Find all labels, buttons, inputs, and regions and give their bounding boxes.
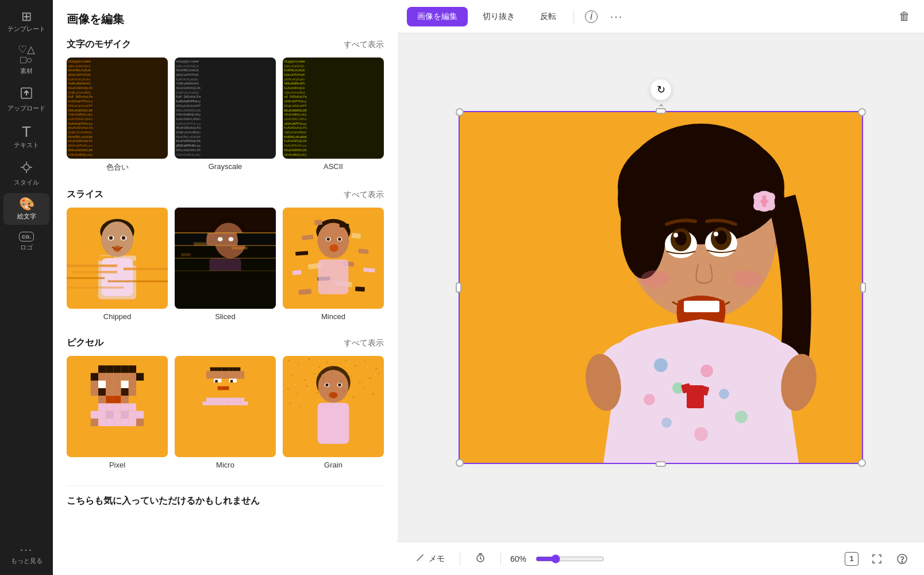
svg-rect-232	[218, 398, 222, 402]
slice-show-all[interactable]: すべて表示	[344, 190, 384, 200]
svg-rect-173	[113, 404, 121, 411]
effect-grain[interactable]: Grain	[283, 356, 384, 469]
handle-mid-left[interactable]	[456, 282, 461, 293]
svg-rect-230	[210, 398, 214, 402]
svg-rect-166	[129, 388, 136, 396]
svg-rect-203	[218, 371, 222, 375]
svg-text:KKqKuKbKaKPP: KKqKuKbKaKPP	[284, 104, 307, 108]
svg-rect-205	[225, 371, 229, 375]
sidebar-item-logo[interactable]: co. ロゴ	[3, 227, 49, 256]
svg-point-303	[307, 388, 309, 389]
effect-minced[interactable]: Minced	[283, 208, 384, 321]
svg-rect-156	[98, 381, 106, 388]
svg-rect-177	[98, 411, 106, 419]
slice-grid: Chipped	[67, 208, 384, 321]
handle-bottom-right[interactable]	[858, 459, 866, 467]
effect-grayscale[interactable]: KKK@@@%%%### @@KuKGKDK@LD KKnKRKLKoKuK @…	[175, 57, 276, 172]
svg-rect-244	[221, 401, 225, 405]
svg-rect-231	[214, 398, 218, 402]
tab-crop[interactable]: 切り抜き	[472, 7, 525, 26]
expand-button[interactable]	[867, 549, 887, 569]
svg-text:KuKGKDKKLDKKn: KuKGKDKKLDKKn	[68, 117, 93, 121]
svg-rect-165	[121, 388, 129, 396]
pixel-title: ピクセル	[67, 337, 103, 349]
handle-bottom-mid[interactable]	[656, 461, 666, 467]
svg-rect-157	[106, 381, 113, 388]
svg-rect-226	[218, 386, 222, 390]
svg-rect-202	[214, 371, 218, 375]
effect-minced-label: Minced	[321, 312, 345, 321]
image-wrapper: ↻ ⌃	[459, 111, 863, 464]
svg-rect-160	[129, 381, 136, 388]
pixel-show-all[interactable]: すべて表示	[344, 338, 384, 348]
info-icon: i	[585, 10, 598, 23]
svg-rect-187	[121, 419, 129, 426]
handle-top-right[interactable]	[858, 108, 866, 116]
top-toolbar: 画像を編集 切り抜き 反転 i ··· 🗑	[398, 0, 924, 33]
effect-pixel-thumb	[67, 356, 168, 457]
memo-button[interactable]: メモ	[409, 549, 451, 568]
effect-color-thumb: KKK@@@%%%### @@KuKGKDK@LD KKnKRKLKoKuK @…	[67, 57, 168, 159]
svg-rect-194	[218, 367, 222, 371]
svg-rect-193	[214, 367, 218, 371]
svg-text:KuKGKDKKLDKKn: KuKGKDKKLDKKn	[176, 117, 201, 121]
svg-text:@@KuKGKDK@LD: @@KuKGKDK@LD	[176, 64, 199, 68]
page-number-label: 1	[849, 554, 853, 563]
chevron-up-icon[interactable]: ⌃	[657, 102, 665, 113]
svg-rect-140	[355, 287, 365, 292]
info-button[interactable]: i	[581, 6, 602, 27]
effect-chipped[interactable]: Chipped	[67, 208, 168, 321]
toolbar-separator-1	[573, 10, 574, 24]
svg-text:KKKqKuKbKaKPP: KKKqKuKbKaKPP	[68, 104, 93, 108]
sidebar-item-template[interactable]: ⊞ テンプレート	[3, 6, 49, 37]
sidebar-item-emoji[interactable]: 🎨 絵文字	[3, 193, 49, 225]
svg-rect-124	[352, 233, 361, 239]
svg-rect-139	[299, 289, 312, 294]
svg-point-84	[122, 236, 126, 240]
timer-button[interactable]	[469, 549, 491, 568]
svg-text:%%KnKeBK@vuKy: %%KnKeBK@vuKy	[68, 113, 93, 117]
svg-text:KKuKGKDKKLDK: KKuKGKDKKLDK	[284, 148, 307, 152]
svg-rect-228	[225, 386, 229, 390]
svg-rect-188	[129, 419, 136, 426]
svg-point-335	[766, 193, 775, 202]
svg-point-285	[334, 394, 335, 396]
svg-text:KbKaKPKPKdK: KbKaKPKPKdK	[284, 73, 305, 76]
sidebar-item-style[interactable]: スタイル	[3, 156, 49, 191]
sidebar-item-elements[interactable]: ♡△□○ 素材	[3, 40, 49, 79]
svg-rect-154	[136, 373, 144, 381]
svg-rect-248	[237, 401, 241, 405]
handle-mid-right[interactable]	[860, 282, 866, 293]
effect-color[interactable]: KKK@@@%%%### @@KuKGKDK@LD KKnKRKLKoKuK @…	[67, 57, 168, 172]
effect-micro[interactable]: Micro	[175, 356, 276, 469]
svg-rect-204	[221, 371, 225, 375]
rotate-button[interactable]: ↻	[650, 79, 671, 100]
svg-point-287	[353, 396, 355, 398]
sidebar-item-more[interactable]: ··· もっと見る	[3, 539, 49, 569]
sidebar-item-upload[interactable]: アップロード	[3, 82, 49, 117]
svg-text:KKuKGKDuKaLPa: KKuKGKDuKaLPa	[176, 126, 201, 129]
tab-flip[interactable]: 反転	[530, 7, 567, 26]
svg-rect-247	[233, 401, 237, 405]
delete-button[interactable]: 🗑	[894, 6, 915, 27]
text-mosaic-show-all[interactable]: すべて表示	[344, 40, 384, 50]
svg-point-301	[375, 374, 376, 375]
svg-rect-164	[113, 388, 121, 396]
effect-sliced-thumb	[175, 208, 276, 309]
svg-rect-151	[113, 373, 121, 381]
svg-text:@KbKaKPKPKdK: @KbKaKPKPKdK	[176, 73, 199, 76]
tab-edit-image[interactable]: 画像を編集	[407, 7, 468, 26]
svg-point-322	[654, 358, 668, 372]
effect-ascii[interactable]: KK@@@%%%### @@KuKGKDK@L KnKRKLKoKuK KbKa…	[283, 57, 384, 172]
effect-sliced[interactable]: Sliced	[175, 208, 276, 321]
zoom-slider[interactable]	[536, 554, 605, 564]
sidebar-item-text[interactable]: T テキスト	[3, 120, 49, 154]
handle-top-left[interactable]	[456, 108, 464, 116]
help-button[interactable]	[892, 549, 913, 569]
svg-rect-145	[113, 366, 121, 373]
handle-bottom-left[interactable]	[456, 459, 464, 467]
more-options-button[interactable]: ···	[606, 6, 627, 27]
effect-pixel[interactable]: Pixel	[67, 356, 168, 469]
svg-rect-319	[684, 301, 719, 312]
page-number-button[interactable]: 1	[841, 549, 862, 569]
